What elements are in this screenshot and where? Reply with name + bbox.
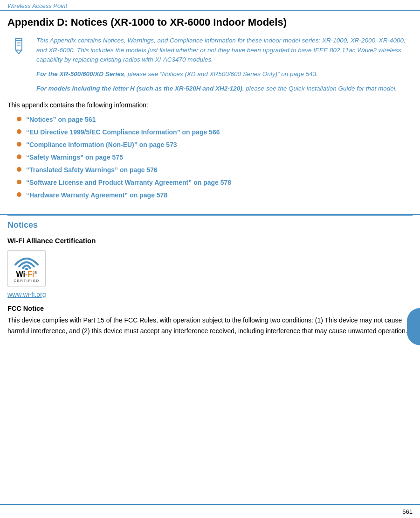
note-paragraph2-prefix: For the XR-500/600/XD Series <box>36 70 124 77</box>
fcc-heading: FCC Notice <box>7 305 413 312</box>
svg-rect-2 <box>16 38 22 40</box>
list-item: “Notices” on page 561 <box>17 115 413 125</box>
bullet-dot <box>17 129 21 134</box>
wifi-logo: Wi‑Fi® CERTIFIED <box>7 250 46 287</box>
bullet-link-translated[interactable]: “Translated Safety Warnings” on page 576 <box>26 165 158 175</box>
appendix-title: Appendix D: Notices (XR-1000 to XR-6000 … <box>7 16 413 29</box>
list-item: “EU Directive 1999/5/EC Compliance Infor… <box>17 127 413 137</box>
note-paragraph2-suffix: , please see “Notices (XD and XR500/600 … <box>124 70 318 77</box>
main-content: Appendix D: Notices (XR-1000 to XR-6000 … <box>0 11 420 215</box>
note-icon <box>12 37 30 56</box>
wifi-certified-text: CERTIFIED <box>14 279 40 283</box>
bullet-dot <box>17 180 21 184</box>
page-footer: 561 <box>0 504 420 518</box>
list-item: “Compliance Information (Non-EU)” on pag… <box>17 140 413 150</box>
note-box: This Appendix contains Notices, Warnings… <box>7 36 413 94</box>
bullet-dot <box>17 142 21 147</box>
bullet-link-compliance[interactable]: “Compliance Information (Non-EU)” on pag… <box>26 140 177 150</box>
blue-tab-decoration <box>407 308 420 345</box>
note-paragraph3-suffix: , please see the Quick Installation Guid… <box>242 85 397 92</box>
bullet-link-eu[interactable]: “EU Directive 1999/5/EC Compliance Infor… <box>26 127 220 137</box>
bullet-link-hardware[interactable]: “Hardware Warranty Agreement” on page 57… <box>26 190 167 200</box>
bullet-link-notices[interactable]: “Notices” on page 561 <box>26 115 96 125</box>
wifi-registered: ® <box>34 271 37 275</box>
page-header: Wireless Access Point <box>0 0 420 11</box>
bullet-link-software[interactable]: “Software License and Product Warranty A… <box>26 178 231 188</box>
fcc-text: This device complies with Part 15 of the… <box>7 315 413 336</box>
notices-section: Notices Wi-Fi Alliance Certification Wi‑… <box>0 216 420 336</box>
wifi-alliance-heading: Wi-Fi Alliance Certification <box>7 237 413 245</box>
notices-heading: Notices <box>7 220 413 230</box>
list-item: “Hardware Warranty Agreement” on page 57… <box>17 190 413 200</box>
following-text: This appendix contains the following inf… <box>7 100 413 110</box>
wifi-logo-inner: Wi‑Fi® CERTIFIED <box>14 254 40 283</box>
note-content: This Appendix contains Notices, Warnings… <box>36 36 413 94</box>
wifi-wi-text: Wi <box>16 270 25 278</box>
list-item: “Software License and Product Warranty A… <box>17 178 413 188</box>
bullet-dot <box>17 154 21 159</box>
list-item: “Translated Safety Warnings” on page 576 <box>17 165 413 175</box>
wifi-arcs-icon <box>14 254 40 270</box>
svg-marker-1 <box>16 50 22 54</box>
wifi-fi-text: Fi <box>28 270 34 278</box>
bullet-dot <box>17 192 21 197</box>
pencil-svg-icon <box>12 37 30 55</box>
note-paragraph1: This Appendix contains Notices, Warnings… <box>36 37 406 63</box>
wifi-wordmark: Wi‑Fi® <box>16 270 37 279</box>
list-item: “Safety Warnings” on page 575 <box>17 153 413 162</box>
bullet-dot <box>17 167 21 172</box>
header-title: Wireless Access Point <box>7 2 67 9</box>
page-number: 561 <box>402 508 413 515</box>
bullet-link-safety[interactable]: “Safety Warnings” on page 575 <box>26 153 123 162</box>
bullet-list: “Notices” on page 561 “EU Directive 1999… <box>7 115 413 200</box>
note-paragraph3-prefix: For models including the letter H (such … <box>36 85 242 92</box>
wifi-url-link[interactable]: www.wi-fi.org <box>7 291 413 298</box>
bullet-dot <box>17 117 21 121</box>
page-container: Wireless Access Point Appendix D: Notice… <box>0 0 420 518</box>
